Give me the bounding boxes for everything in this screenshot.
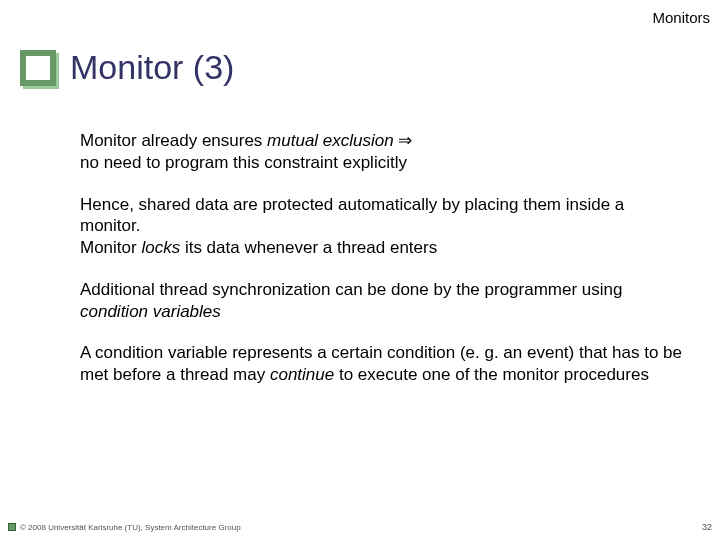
- italic-text: condition variables: [80, 302, 221, 321]
- paragraph-4: A condition variable represents a certai…: [80, 342, 685, 386]
- footer: © 2008 Universität Karlsruhe (TU), Syste…: [8, 522, 712, 532]
- title-row: Monitor (3): [20, 48, 234, 87]
- copyright-text: © 2008 Universität Karlsruhe (TU), Syste…: [20, 523, 241, 532]
- body-content: Monitor already ensures mutual exclusion…: [80, 130, 685, 406]
- section-header: Monitors: [652, 9, 710, 26]
- slide-title: Monitor (3): [70, 48, 234, 87]
- text: its data whenever a thread enters: [180, 238, 437, 257]
- italic-text: continue: [270, 365, 334, 384]
- arrow-symbol: ⇒: [394, 131, 413, 150]
- footer-square-icon: [8, 523, 16, 531]
- text: Additional thread synchronization: [80, 280, 335, 299]
- slide: Monitors Monitor (3) Monitor already ens…: [0, 0, 720, 540]
- italic-text: mutual exclusion: [267, 131, 394, 150]
- footer-left: © 2008 Universität Karlsruhe (TU), Syste…: [8, 523, 241, 532]
- text: can be done by the programmer using: [335, 280, 622, 299]
- paragraph-2: Hence, shared data are protected automat…: [80, 194, 685, 259]
- paragraph-3: Additional thread synchronization can be…: [80, 279, 685, 323]
- paragraph-1: Monitor already ensures mutual exclusion…: [80, 130, 685, 174]
- square-bullet-icon: [20, 50, 56, 86]
- italic-text: locks: [141, 238, 180, 257]
- text: no need to program this constraint expli…: [80, 153, 407, 172]
- text: to execute one of the monitor procedures: [334, 365, 649, 384]
- text: Monitor: [80, 238, 141, 257]
- page-number: 32: [702, 522, 712, 532]
- text: Hence, shared data are protected automat…: [80, 195, 624, 236]
- text: Monitor already ensures: [80, 131, 267, 150]
- square-outline: [20, 50, 56, 86]
